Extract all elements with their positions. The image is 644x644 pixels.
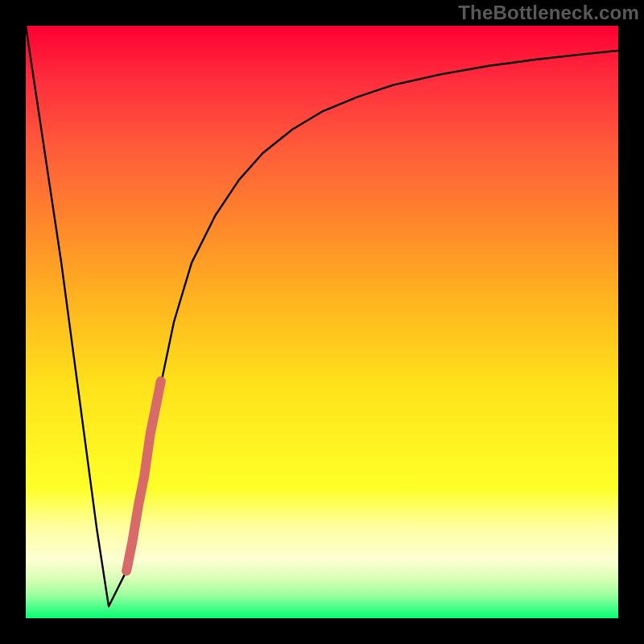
chart-svg xyxy=(26,26,618,618)
plot-area xyxy=(26,26,618,618)
highlight-segment xyxy=(126,382,161,572)
chart-wrapper: TheBottleneck.com xyxy=(0,0,644,644)
watermark-text: TheBottleneck.com xyxy=(458,2,639,24)
bottleneck-curve xyxy=(26,26,618,606)
